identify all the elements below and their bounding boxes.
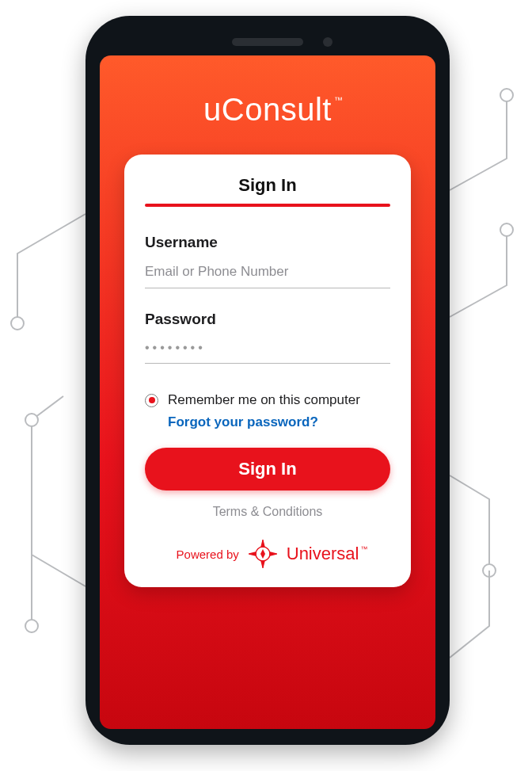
remember-label: Remember me on this computer xyxy=(168,392,360,408)
remember-radio[interactable] xyxy=(145,394,158,407)
compass-icon xyxy=(247,538,279,570)
powered-by-label: Powered by xyxy=(177,548,239,561)
username-label: Username xyxy=(145,234,390,251)
password-label: Password xyxy=(145,311,390,328)
password-field-group: Password •••••••• xyxy=(145,311,390,364)
svg-point-2 xyxy=(25,620,38,632)
phone-speaker xyxy=(232,38,303,46)
brand-tm: ™ xyxy=(334,95,343,105)
password-input[interactable]: •••••••• xyxy=(145,336,390,364)
signin-card: Sign In Username Password •••••••• Remem… xyxy=(124,155,411,587)
app-brand: uConsult™ xyxy=(203,92,332,128)
powered-by-row: Powered by xyxy=(145,538,390,570)
svg-marker-13 xyxy=(249,552,256,555)
powered-brand: Universal™ xyxy=(287,544,359,564)
svg-point-4 xyxy=(500,223,513,236)
app-screen: uConsult™ Sign In Username Password ••••… xyxy=(100,55,435,729)
phone-frame: uConsult™ Sign In Username Password ••••… xyxy=(86,16,450,745)
username-field-group: Username xyxy=(145,234,390,288)
svg-marker-12 xyxy=(261,561,264,567)
forgot-password-link[interactable]: Forgot your password? xyxy=(168,414,390,430)
svg-marker-11 xyxy=(261,540,264,547)
phone-camera xyxy=(323,37,332,47)
brand-name: uConsult xyxy=(203,92,332,127)
signin-button[interactable]: Sign In xyxy=(145,448,390,490)
svg-point-0 xyxy=(11,317,24,330)
svg-point-3 xyxy=(500,89,513,101)
remember-row[interactable]: Remember me on this computer xyxy=(145,392,390,408)
svg-marker-14 xyxy=(270,552,276,555)
title-underline xyxy=(145,204,390,207)
username-input[interactable] xyxy=(145,259,390,288)
svg-point-1 xyxy=(25,414,38,426)
card-title: Sign In xyxy=(145,175,390,204)
svg-marker-15 xyxy=(260,549,265,559)
terms-link[interactable]: Terms & Conditions xyxy=(145,505,390,519)
